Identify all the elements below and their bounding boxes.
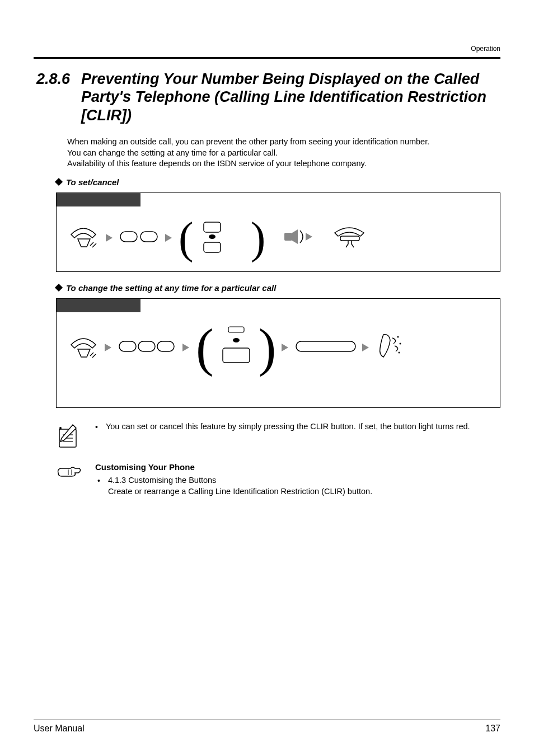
page: Operation 2.8.6 Preventing Your Number B… bbox=[0, 0, 534, 756]
svg-rect-0 bbox=[120, 232, 137, 242]
svg-point-21 bbox=[59, 427, 62, 429]
svg-rect-10 bbox=[228, 327, 244, 332]
subheader-b-text: To change the setting at any time for a … bbox=[66, 283, 276, 293]
svg-point-11 bbox=[233, 338, 240, 342]
arrow-icon bbox=[280, 342, 291, 353]
svg-rect-4 bbox=[204, 242, 221, 252]
section-number: 2.8.6 bbox=[34, 70, 81, 124]
diagram-tab bbox=[57, 193, 140, 206]
intro-line-3: Availability of this feature depends on … bbox=[67, 159, 367, 168]
arrow-icon bbox=[181, 342, 191, 353]
svg-rect-13 bbox=[296, 341, 355, 351]
customising-text: Customising Your Phone 4.1.3 Customising… bbox=[95, 462, 500, 497]
subheader-change-setting: To change the setting at any time for a … bbox=[56, 283, 500, 293]
arrow-icon bbox=[164, 233, 174, 243]
customising-body: Create or rearrange a Calling Line Ident… bbox=[108, 487, 372, 496]
intro-text: When making an outside call, you can pre… bbox=[67, 137, 500, 170]
svg-point-15 bbox=[400, 342, 401, 344]
notepad-icon bbox=[56, 421, 84, 452]
footer-rule bbox=[34, 720, 500, 720]
svg-rect-8 bbox=[138, 341, 155, 351]
intro-line-2: You can change the setting at any time f… bbox=[67, 148, 278, 157]
svg-rect-1 bbox=[140, 232, 157, 242]
wide-key-icon bbox=[295, 338, 357, 357]
diamond-icon bbox=[55, 178, 63, 186]
footer: User Manual 137 bbox=[34, 720, 500, 734]
confirmation-tone-icon bbox=[283, 227, 315, 248]
intro-line-1: When making an outside call, you can pre… bbox=[67, 137, 429, 146]
header-category: Operation bbox=[34, 45, 500, 53]
customising-ref: 4.1.3 Customising the Buttons bbox=[108, 476, 216, 485]
diagram-change-setting: ( ) bbox=[56, 298, 500, 408]
svg-rect-5 bbox=[284, 233, 292, 241]
svg-rect-12 bbox=[223, 348, 250, 363]
arrow-icon bbox=[105, 233, 115, 243]
offhook-icon bbox=[68, 334, 99, 361]
svg-point-16 bbox=[399, 351, 400, 353]
customising-title: Customising Your Phone bbox=[95, 462, 500, 473]
diagram-set-cancel: ( ) bbox=[56, 192, 500, 272]
talk-icon bbox=[376, 332, 402, 363]
arrow-icon bbox=[361, 342, 371, 353]
subheader-set-cancel: To set/cancel bbox=[56, 177, 500, 187]
diagram-content-b: ( ) bbox=[57, 312, 500, 385]
customising-note: Customising Your Phone 4.1.3 Customising… bbox=[56, 462, 500, 497]
svg-rect-6 bbox=[340, 236, 359, 241]
tip-body: You can set or cancel this feature by si… bbox=[106, 421, 470, 433]
section-title: 2.8.6 Preventing Your Number Being Displ… bbox=[34, 70, 500, 124]
tip-text: You can set or cancel this feature by si… bbox=[95, 421, 500, 433]
keypad-keys-icon bbox=[119, 228, 160, 247]
keypad-keys-icon bbox=[118, 338, 177, 357]
footer-right: 137 bbox=[485, 724, 500, 734]
svg-rect-9 bbox=[157, 341, 174, 351]
section-heading: Preventing Your Number Being Displayed o… bbox=[81, 70, 500, 124]
arrow-icon bbox=[104, 342, 114, 353]
button-key-icon bbox=[218, 326, 254, 369]
svg-rect-7 bbox=[119, 341, 136, 351]
diagram-content-a: ( ) bbox=[57, 206, 500, 271]
diagram-tab bbox=[57, 299, 140, 312]
svg-point-14 bbox=[397, 336, 399, 337]
onhook-icon bbox=[332, 225, 367, 251]
diamond-icon bbox=[55, 284, 63, 292]
hand-pointing-icon bbox=[56, 462, 84, 483]
option-group bbox=[198, 220, 246, 256]
button-key-icon bbox=[198, 220, 226, 256]
svg-rect-2 bbox=[204, 222, 221, 232]
subheader-a-text: To set/cancel bbox=[66, 177, 119, 187]
svg-point-3 bbox=[209, 234, 216, 239]
offhook-icon bbox=[68, 223, 100, 252]
option-group bbox=[218, 326, 254, 369]
header-rule bbox=[34, 57, 500, 59]
footer-left: User Manual bbox=[34, 724, 85, 734]
tip-note: You can set or cancel this feature by si… bbox=[56, 421, 500, 452]
